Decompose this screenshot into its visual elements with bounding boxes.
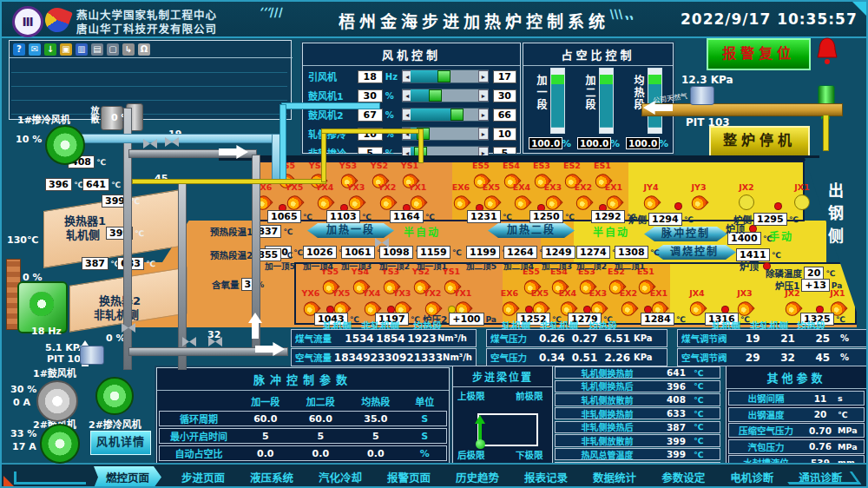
window-icon[interactable]: ▢ bbox=[107, 43, 119, 56]
tab-7[interactable]: 报表记录 bbox=[519, 466, 573, 488]
param-value[interactable]: 0.0 bbox=[348, 448, 404, 459]
fan-setpoint[interactable]: 66 bbox=[493, 109, 516, 122]
row-unit: ℃ bbox=[694, 368, 720, 378]
param-unit: S bbox=[404, 413, 446, 425]
fan-setpoint[interactable]: 30 bbox=[493, 89, 516, 102]
row-unit: MPa bbox=[838, 425, 864, 435]
duty-slider[interactable] bbox=[550, 68, 565, 134]
burner-label: EX5 bbox=[531, 289, 549, 298]
row-unit: ℃ bbox=[694, 436, 720, 445]
param-value[interactable]: 5 bbox=[293, 431, 349, 442]
cell-value: 0.34 bbox=[536, 352, 569, 364]
param-value[interactable]: 5 bbox=[348, 431, 404, 442]
temp-unit: ℃ bbox=[740, 315, 750, 324]
fan-control-rows: 引风机18Hz17鼓风机130%30鼓风机267%66轧侧掺冷10%10非轧掺冷… bbox=[303, 68, 520, 162]
burner-jx2: JX2 bbox=[735, 183, 758, 210]
temp-sublabel: 加二顶1 bbox=[615, 260, 645, 272]
tab-9[interactable]: 参数设定 bbox=[656, 466, 710, 488]
pipe-segment bbox=[418, 129, 424, 163]
tab-8[interactable]: 数据统计 bbox=[588, 466, 641, 488]
tab-2[interactable]: 步进页面 bbox=[176, 466, 230, 488]
cell-value: 6.51 bbox=[601, 333, 634, 345]
pipe-segment bbox=[823, 115, 829, 151]
tab-4[interactable]: 汽化冷却 bbox=[313, 466, 367, 488]
duty-slider[interactable] bbox=[599, 68, 614, 134]
alarm-reset-button[interactable]: 报警复位 bbox=[707, 38, 811, 70]
university-logo: Ⅲ bbox=[12, 6, 43, 37]
export-icon[interactable]: ↳ bbox=[122, 43, 135, 56]
row-unit: ℃ bbox=[694, 395, 720, 405]
other-params-title: 其他参数 bbox=[727, 366, 866, 389]
pipe-segment bbox=[321, 129, 326, 182]
temp-sublabel: 加二顶4 bbox=[503, 260, 534, 272]
row-label: 出钢温度 bbox=[729, 408, 803, 421]
other-param-row: 出钢间隔11s bbox=[728, 391, 865, 406]
tab-1[interactable]: 燃控页面 bbox=[94, 466, 161, 488]
temp-display: 641℃ bbox=[82, 178, 121, 191]
hx-list-row: 轧机侧换热前641℃ bbox=[555, 366, 720, 379]
param-value[interactable]: 5 bbox=[238, 431, 293, 442]
temp-value: 1231 bbox=[467, 210, 501, 223]
fan-slider[interactable] bbox=[402, 89, 488, 102]
param-label: 自动占空比 bbox=[160, 446, 238, 460]
pulse-params-title: 脉冲控制参数 bbox=[157, 368, 449, 391]
zone-badge[interactable]: 加热一段 bbox=[307, 223, 394, 238]
lock-icon[interactable]: Ω bbox=[138, 43, 150, 56]
fan-setpoint[interactable]: 10 bbox=[493, 128, 516, 141]
archive-lock-icon[interactable]: ▣ bbox=[60, 43, 72, 56]
temp-unit: ℃ bbox=[789, 215, 799, 224]
hx1-side: 轧机侧 bbox=[66, 226, 100, 242]
tabbar-decor-left bbox=[14, 472, 86, 485]
burner-label: YX6 bbox=[302, 289, 320, 298]
temp-unit: ℃ bbox=[283, 251, 293, 260]
burner-label: YS2 bbox=[371, 162, 388, 170]
fan-detail-button[interactable]: 风机详情 bbox=[90, 431, 151, 455]
pulse-param-row: 循环周期60.060.035.0S bbox=[159, 411, 447, 426]
mail-icon[interactable]: ✉ bbox=[29, 43, 41, 56]
zone-badge[interactable]: 调烧控制 bbox=[653, 245, 736, 260]
tab-10[interactable]: 电机诊断 bbox=[725, 466, 779, 488]
burner-label: ES2 bbox=[563, 162, 581, 170]
fan-slider[interactable] bbox=[402, 108, 488, 122]
burner-label: EX3 bbox=[589, 289, 607, 298]
fan-slider-thumb[interactable] bbox=[450, 109, 464, 121]
chart-icon[interactable]: ▥ bbox=[76, 43, 88, 56]
download-icon[interactable]: ↓ bbox=[44, 43, 56, 56]
burner-ex2: EX2 bbox=[617, 289, 640, 316]
tab-3[interactable]: 液压系统 bbox=[245, 466, 299, 488]
tab-6[interactable]: 历史趋势 bbox=[450, 466, 504, 488]
fan-setpoint[interactable]: 17 bbox=[493, 70, 516, 83]
duty-unit: % bbox=[659, 138, 668, 149]
furnace-shutdown-button[interactable]: 整炉停机 bbox=[709, 126, 810, 157]
temp-value: 1199 bbox=[466, 246, 500, 259]
param-value[interactable]: 35.0 bbox=[348, 413, 404, 425]
hx-list-row: 轧机侧换热后396℃ bbox=[555, 380, 720, 392]
param-label: 循环周期 bbox=[160, 412, 238, 425]
zone-badge[interactable]: 加热二段 bbox=[488, 223, 575, 238]
cell-value: 0.26 bbox=[536, 333, 569, 345]
beam-limit-rear: 后极限 bbox=[457, 448, 485, 461]
param-value[interactable]: 60.0 bbox=[293, 413, 349, 425]
dilution-fan-2-label: 2#掺冷风机 bbox=[89, 417, 141, 431]
temp-display: 399℃ bbox=[102, 195, 140, 208]
report-icon[interactable]: ▤ bbox=[91, 43, 103, 56]
temp-sublabel: 加二顶2 bbox=[576, 260, 607, 272]
param-value[interactable]: 60.0 bbox=[238, 413, 293, 425]
fan-slider[interactable] bbox=[402, 69, 488, 83]
burner-label: YX3 bbox=[393, 289, 411, 298]
row-unit: Nm³/h bbox=[437, 333, 476, 343]
row-value: 396 bbox=[659, 381, 694, 392]
outlet-side-label: 出钢侧 bbox=[823, 182, 845, 250]
tab-5[interactable]: 报警页面 bbox=[382, 466, 436, 488]
param-value[interactable]: 0.0 bbox=[293, 448, 349, 459]
help-icon[interactable]: ? bbox=[13, 43, 25, 56]
row-unit: Nm³/h bbox=[443, 353, 476, 362]
page-tab-bar: 燃控页面步进页面液压系统汽化冷却报警页面历史趋势报表记录数据统计参数设定电机诊断… bbox=[2, 463, 868, 488]
row-unit: ℃ bbox=[694, 381, 720, 391]
temp-sublabel: 加一顶5 bbox=[265, 260, 295, 272]
zone-badge[interactable]: 脉冲控制 bbox=[644, 227, 727, 241]
param-value[interactable]: 0.0 bbox=[238, 448, 293, 459]
fan-slider-thumb[interactable] bbox=[429, 89, 442, 102]
fan-slider-thumb[interactable] bbox=[437, 70, 450, 82]
row-value: 399 bbox=[659, 449, 694, 459]
